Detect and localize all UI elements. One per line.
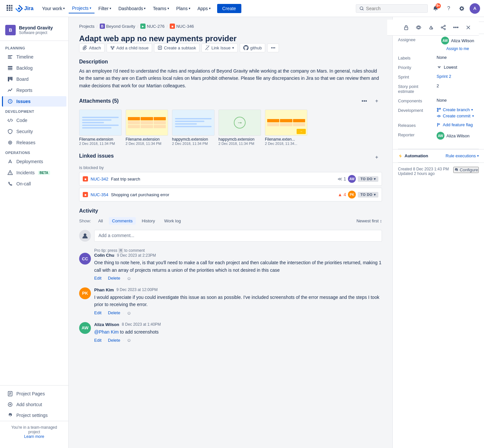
lock-icon: [404, 25, 409, 30]
delete-comment-3[interactable]: Delete: [108, 338, 120, 343]
breadcrumb-projects[interactable]: Projects: [79, 24, 95, 29]
svg-line-60: [442, 26, 444, 27]
like-button[interactable]: [426, 22, 436, 33]
attachment-3: happymcb.extension 2 Dec 2018, 11:34 PM: [172, 110, 215, 146]
breadcrumb-beyond-gravity[interactable]: Beyond Gravity: [106, 24, 135, 29]
app-layout: B Beyond Gravity Software project PLANNI…: [0, 17, 484, 448]
components-label: Components: [398, 98, 434, 103]
edit-comment-2[interactable]: Edit: [94, 310, 101, 315]
assignee-avatar-354: PK: [348, 191, 356, 198]
nav-plans[interactable]: Plans: [173, 4, 194, 13]
apps-grid-icon[interactable]: [4, 2, 15, 14]
sidebar-item-deployments[interactable]: Deployments: [2, 156, 66, 167]
more-options-button[interactable]: •••: [451, 22, 461, 33]
sidebar-item-reports[interactable]: Reports: [2, 85, 66, 95]
breadcrumb-current: NUC-346: [176, 24, 194, 29]
status-354[interactable]: TO DO ▾: [358, 192, 378, 198]
learn-more-link[interactable]: Learn more: [24, 434, 44, 439]
edit-comment-3[interactable]: Edit: [94, 338, 101, 343]
sidebar-item-add-shortcut[interactable]: Add shortcut: [2, 399, 66, 410]
tab-worklog[interactable]: Work log: [161, 217, 184, 225]
sidebar-item-oncall[interactable]: On-call: [2, 179, 66, 189]
help-icon[interactable]: ?: [443, 3, 454, 14]
nav-filter[interactable]: Filter: [95, 4, 114, 13]
sidebar-item-project-pages[interactable]: Project Pages: [2, 388, 66, 399]
share-icon: [441, 25, 446, 30]
close-button[interactable]: [463, 22, 474, 33]
main-area: Projects / B Beyond Gravity / ► NUC-276 …: [69, 17, 484, 448]
sidebar-item-timeline[interactable]: Timeline: [2, 52, 66, 62]
add-child-issue-button[interactable]: Add a child issue: [107, 43, 152, 52]
delete-comment-2[interactable]: Delete: [108, 310, 120, 315]
nav-apps[interactable]: Apps: [194, 4, 214, 13]
issue-key-354[interactable]: NUC-354: [91, 192, 108, 197]
jira-logo[interactable]: Jira: [15, 5, 33, 12]
emoji-2[interactable]: ☺: [127, 310, 131, 316]
comment-author-1: Colin Chu: [94, 253, 114, 258]
sidebar-item-incidents[interactable]: Incidents BETA: [2, 167, 66, 178]
labels-value: None: [437, 55, 447, 60]
svg-rect-8: [11, 9, 12, 11]
svg-point-42: [113, 46, 114, 48]
more-button[interactable]: •••: [267, 43, 279, 52]
sidebar-item-security[interactable]: Security: [2, 126, 66, 137]
attachments-add[interactable]: +: [372, 96, 382, 106]
notifications-icon[interactable]: 9+: [430, 3, 441, 14]
create-commit-link[interactable]: Create commit: [437, 113, 474, 118]
comment-input[interactable]: Add a comment...: [94, 230, 382, 242]
svg-point-59: [444, 28, 445, 30]
share-button[interactable]: [438, 22, 449, 33]
edit-comment-1[interactable]: Edit: [94, 276, 101, 281]
comment-1: CC Colin Chu 9 Dec 2023 at 2:23PM One th…: [79, 253, 382, 281]
search-bar[interactable]: [356, 4, 428, 13]
create-branch-link[interactable]: Create branch: [437, 107, 474, 112]
add-feature-flag-link[interactable]: Add feature flag: [437, 122, 473, 127]
tab-all[interactable]: All: [95, 217, 106, 225]
timeline-icon: [7, 54, 13, 60]
sidebar-item-project-settings[interactable]: Project settings: [2, 410, 66, 421]
configure-button[interactable]: Configure: [453, 167, 479, 173]
svg-rect-19: [9, 77, 11, 80]
github-button[interactable]: github: [240, 43, 265, 52]
sidebar-item-code[interactable]: Code: [2, 115, 66, 126]
rule-executions-link[interactable]: Rule executions: [446, 153, 479, 158]
add-shortcut-icon: [7, 402, 13, 407]
attachments-count: Attachments (5): [79, 98, 119, 104]
user-avatar[interactable]: A: [470, 3, 480, 14]
issue-key-342[interactable]: NUC-342: [91, 177, 108, 181]
status-342[interactable]: TO DO ▾: [358, 176, 378, 182]
search-input[interactable]: [366, 6, 424, 11]
board-label: Board: [16, 77, 28, 82]
sort-button[interactable]: Newest first ↕: [356, 218, 382, 223]
assign-to-me-link[interactable]: Assign to me: [446, 46, 469, 51]
tab-history[interactable]: History: [138, 217, 158, 225]
breadcrumb-nuc276[interactable]: NUC-276: [147, 24, 164, 29]
create-subtask-button[interactable]: Create a subtask: [154, 43, 199, 52]
delete-comment-1[interactable]: Delete: [108, 276, 120, 281]
incidents-icon: [7, 170, 13, 176]
sidebar-item-issues[interactable]: Issues: [2, 96, 66, 107]
nav-teams[interactable]: Teams: [149, 4, 172, 13]
assignee-avatar-342: AW: [348, 175, 356, 183]
link-issue-button[interactable]: Link Issue: [201, 43, 238, 52]
sidebar-item-board[interactable]: Board: [2, 74, 66, 84]
svg-rect-16: [8, 68, 12, 69]
sidebar-item-backlog[interactable]: Backlog: [2, 63, 66, 73]
nav-your-work[interactable]: Your work: [39, 4, 68, 13]
attach-button[interactable]: Attach: [79, 43, 105, 52]
nav-projects[interactable]: Projects: [69, 4, 95, 13]
settings-icon[interactable]: [457, 3, 467, 14]
add-linked-issue-button[interactable]: +: [372, 152, 382, 163]
tab-comments[interactable]: Comments: [109, 217, 136, 225]
project-icon: B: [5, 25, 16, 35]
attachments-more[interactable]: •••: [359, 96, 370, 106]
sprint-value[interactable]: Sprint 2: [437, 74, 451, 79]
emoji-1[interactable]: ☺: [127, 276, 131, 281]
nav-dashboards[interactable]: Dashboards: [115, 4, 149, 13]
watch-button[interactable]: [413, 22, 424, 33]
create-button[interactable]: Create: [217, 4, 241, 13]
lock-button[interactable]: [401, 22, 411, 33]
emoji-3[interactable]: ☺: [127, 337, 131, 343]
sidebar-item-releases[interactable]: Releases: [2, 137, 66, 148]
svg-rect-2: [11, 5, 12, 7]
